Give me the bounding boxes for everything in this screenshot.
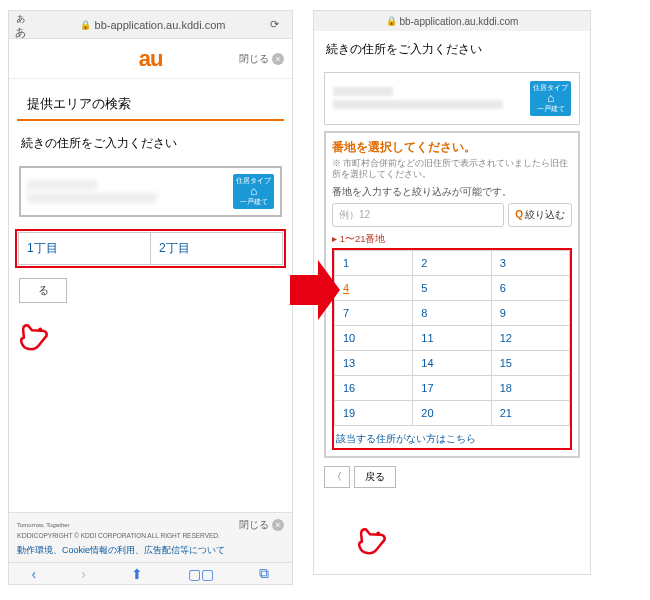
banchi-option[interactable]: 10	[335, 325, 413, 350]
instruction-text: 続きの住所をご入力ください	[9, 121, 292, 162]
section-title: 提供エリアの検索	[17, 85, 284, 121]
tabs-icon[interactable]: ⧉	[259, 565, 269, 582]
chome-selection-highlight: 1丁目 2丁目	[15, 229, 286, 268]
chome-option-2[interactable]: 2丁目	[151, 232, 283, 264]
lock-icon: 🔒	[386, 16, 397, 26]
address-text-blurred	[27, 180, 233, 203]
banchi-filter-input[interactable]: 例）12	[332, 203, 504, 227]
banchi-option[interactable]: 11	[413, 325, 491, 350]
brand-row: au 閉じる ×	[9, 39, 292, 79]
tagline: Tomorrow, Together	[17, 522, 70, 528]
reload-icon[interactable]: ⟳	[270, 18, 286, 31]
svg-marker-0	[290, 260, 340, 320]
banchi-option[interactable]: 9	[491, 300, 569, 325]
no-address-link[interactable]: 該当する住所がない方はこちら	[334, 426, 570, 448]
banchi-option[interactable]: 3	[491, 250, 569, 275]
banchi-option[interactable]: 1	[335, 250, 413, 275]
back-button[interactable]: 戻る	[354, 466, 396, 488]
banchi-table: 123456789101112131415161718192021	[334, 250, 570, 426]
phone-right: 🔒 bb-application.au.kddi.com 続きの住所をご入力くだ…	[313, 10, 591, 575]
footer-close-button[interactable]: 閉じる×	[239, 518, 284, 532]
banchi-option[interactable]: 7	[335, 300, 413, 325]
range-label[interactable]: ▸ 1〜21番地	[332, 233, 572, 246]
pointer-hand-icon	[14, 316, 54, 356]
close-icon: ×	[272, 53, 284, 65]
banchi-option[interactable]: 20	[413, 400, 491, 425]
banchi-option[interactable]: 6	[491, 275, 569, 300]
share-icon[interactable]: ⬆︎	[131, 566, 143, 582]
url-text: bb-application.au.kddi.com	[95, 19, 226, 31]
nav-back-icon[interactable]: ‹	[32, 566, 37, 582]
pointer-hand-icon	[352, 520, 392, 560]
close-button[interactable]: 閉じる ×	[239, 52, 284, 66]
chome-option-1[interactable]: 1丁目	[19, 232, 151, 264]
selected-address-card: 住居タイプ ⌂ 一戸建て	[19, 166, 282, 217]
browser-top-bar: ぁあ 🔒bb-application.au.kddi.com ⟳	[9, 11, 292, 39]
filter-button[interactable]: Q絞り込む	[508, 203, 572, 227]
selected-address-card: 住居タイプ ⌂ 一戸建て	[324, 72, 580, 125]
banchi-grid-highlight: 123456789101112131415161718192021 該当する住所…	[332, 248, 572, 450]
nav-forward-icon[interactable]: ›	[81, 566, 86, 582]
residence-type-badge: 住居タイプ ⌂ 一戸建て	[530, 81, 571, 116]
lock-icon: 🔒	[80, 20, 91, 30]
red-arrow-icon	[290, 260, 340, 320]
bookmarks-icon[interactable]: ▢▢	[188, 566, 214, 582]
url-text: bb-application.au.kddi.com	[399, 16, 518, 27]
banchi-option[interactable]: 12	[491, 325, 569, 350]
banchi-option[interactable]: 19	[335, 400, 413, 425]
chome-table: 1丁目 2丁目	[18, 232, 283, 265]
select-title: 番地を選択してください。	[332, 139, 572, 156]
filter-label: 番地を入力すると絞り込みが可能です。	[332, 186, 572, 199]
banchi-option[interactable]: 4	[335, 275, 413, 300]
house-icon: ⌂	[236, 185, 271, 198]
back-step-button[interactable]: 〈	[324, 466, 350, 488]
instruction-text: 続きの住所をご入力ください	[314, 31, 590, 68]
select-note: ※ 市町村合併前などの旧住所で表示されていましたら旧住所を選択してください。	[332, 158, 572, 180]
banchi-option[interactable]: 18	[491, 375, 569, 400]
banchi-option[interactable]: 16	[335, 375, 413, 400]
au-logo: au	[139, 46, 163, 72]
banchi-option[interactable]: 17	[413, 375, 491, 400]
url-display[interactable]: 🔒bb-application.au.kddi.com	[35, 19, 270, 31]
banchi-option[interactable]: 21	[491, 400, 569, 425]
residence-type-badge: 住居タイプ ⌂ 一戸建て	[233, 174, 274, 209]
search-icon: Q	[515, 209, 523, 220]
banchi-panel: 番地を選択してください。 ※ 市町村合併前などの旧住所で表示されていましたら旧住…	[324, 131, 580, 458]
phone-left: ぁあ 🔒bb-application.au.kddi.com ⟳ au 閉じる …	[8, 10, 293, 585]
banchi-option[interactable]: 13	[335, 350, 413, 375]
back-button[interactable]: る	[19, 278, 67, 303]
banchi-option[interactable]: 15	[491, 350, 569, 375]
close-label: 閉じる	[239, 52, 269, 66]
safari-toolbar: ‹ › ⬆︎ ▢▢ ⧉	[9, 562, 292, 584]
kddi-logo: KDDI	[17, 532, 34, 539]
browser-top-bar-right: 🔒 bb-application.au.kddi.com	[314, 11, 590, 31]
house-icon: ⌂	[533, 92, 568, 105]
footer: Tomorrow, Together 閉じる× KDDI COPYRIGHT ©…	[9, 512, 292, 562]
footer-link[interactable]: 動作環境、Cookie情報の利用、広告配信等について	[17, 545, 225, 555]
banchi-option[interactable]: 14	[413, 350, 491, 375]
banchi-option[interactable]: 8	[413, 300, 491, 325]
banchi-option[interactable]: 2	[413, 250, 491, 275]
copyright-text: COPYRIGHT © KDDI CORPORATION ALL RIGHT R…	[34, 532, 220, 539]
text-size-button[interactable]: ぁあ	[15, 10, 35, 40]
banchi-option[interactable]: 5	[413, 275, 491, 300]
